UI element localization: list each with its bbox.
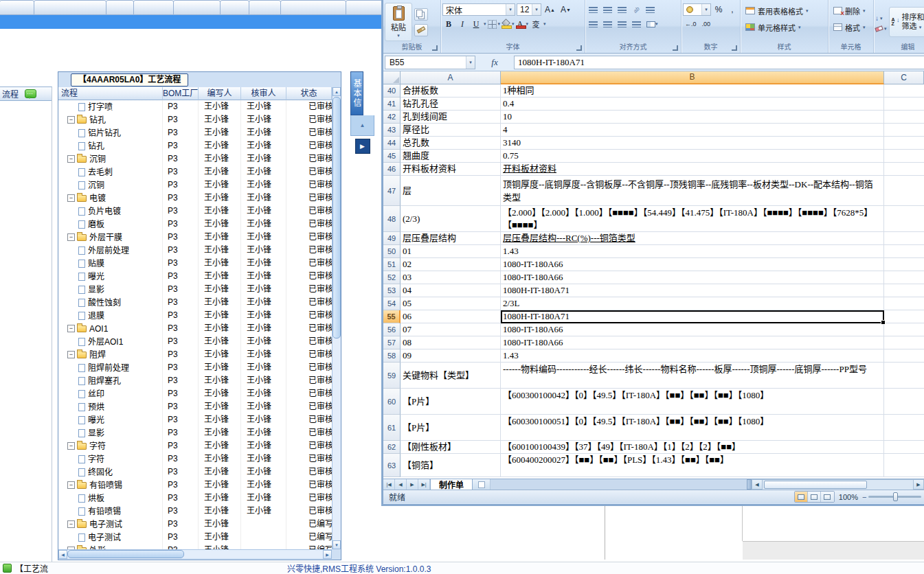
cell-b[interactable]: 4 [501, 124, 884, 137]
cell-a[interactable]: 翘曲度 [401, 150, 501, 163]
row-header[interactable]: 46 [383, 163, 401, 176]
cell-a[interactable]: 03 [401, 271, 501, 284]
cell-c[interactable] [884, 111, 924, 124]
table-row[interactable]: − AOI1 P3 王小锋 王小锋 已审核 [58, 322, 332, 335]
table-row[interactable]: − 阻焊前处理 P3 王小锋 王小锋 已审核 [58, 361, 332, 374]
selected-order-row[interactable] [0, 15, 398, 29]
row-header[interactable]: 52 [383, 271, 401, 284]
cell-a[interactable]: 02 [401, 258, 501, 271]
dialog-launcher-icon[interactable] [432, 45, 438, 51]
expand-panel-button[interactable]: ▶ [355, 139, 370, 154]
insert-function-button[interactable]: fx [475, 57, 514, 68]
table-row[interactable]: − 钻孔 P3 王小锋 王小锋 已审核 [58, 113, 332, 126]
table-row[interactable]: − 沉铜 P3 王小锋 王小锋 已审核 [58, 152, 332, 165]
cell-c[interactable] [884, 84, 924, 97]
cell-a[interactable]: 04 [401, 284, 501, 297]
zoom-handle[interactable] [893, 492, 898, 501]
normal-view-button[interactable] [795, 492, 808, 502]
table-row[interactable]: − 电子测试 P3 王小锋 已编写 [58, 531, 332, 544]
collapse-icon[interactable]: − [67, 481, 75, 489]
scroll-down-icon[interactable]: ▼ [333, 540, 341, 549]
chevron-down-icon[interactable]: ▾ [484, 21, 486, 27]
cell-a[interactable]: 09 [401, 349, 501, 363]
scrollbar-splitter[interactable] [747, 479, 752, 490]
font-name-combo[interactable]: 宋体▾ [442, 3, 515, 16]
row-header[interactable]: 47 [383, 176, 401, 206]
arrow-up-icon[interactable]: ▲ [360, 122, 365, 128]
cell-a[interactable]: (2/3) [401, 206, 501, 232]
row-header[interactable]: 50 [383, 245, 401, 258]
dialog-launcher-icon[interactable] [732, 45, 737, 51]
row-header[interactable]: 45 [383, 150, 401, 163]
orientation-button[interactable]: ab [630, 3, 642, 16]
cell-a[interactable]: 开料板材资料 [401, 163, 501, 176]
cell-a[interactable]: 【P片】 [401, 389, 501, 415]
table-row[interactable]: − 去毛刺 P3 王小锋 王小锋 已审核 [58, 165, 332, 179]
first-sheet-icon[interactable]: |◀ [383, 479, 395, 490]
table-row[interactable]: − 预烘 P3 王小锋 王小锋 已审核 [58, 400, 332, 413]
table-row[interactable]: − 外层干膜 P3 王小锋 王小锋 已审核 [58, 231, 332, 244]
cell-a[interactable]: 07 [401, 323, 501, 336]
paste-button[interactable]: 粘贴 ▾ [385, 3, 412, 41]
cell-b[interactable]: 1080-IT-180A66 [501, 271, 884, 284]
decrease-font-button[interactable]: A▼ [559, 3, 573, 16]
italic-button[interactable]: I [456, 18, 469, 30]
cell-styles-button[interactable]: 单元格样式▾ [742, 20, 826, 34]
cell-a[interactable]: 【P片】 [401, 415, 501, 441]
cell-c[interactable] [884, 97, 924, 111]
fill-down-icon[interactable]: ↓ [875, 14, 879, 22]
cell-c[interactable] [884, 206, 924, 232]
collapse-icon[interactable]: − [67, 194, 75, 202]
underline-button[interactable]: U [470, 18, 482, 30]
cell-c[interactable] [884, 124, 924, 137]
column-header-reviewer[interactable]: 核审人 [241, 87, 286, 100]
borders-icon[interactable] [488, 20, 497, 29]
align-center-button[interactable] [601, 18, 614, 30]
cell-c[interactable] [884, 150, 924, 163]
row-header[interactable]: 56 [383, 323, 401, 336]
row-header[interactable]: 51 [383, 258, 401, 271]
zoom-out-icon[interactable]: − [862, 493, 866, 501]
sort-filter-button[interactable]: AZ 排序和筛选 ▾ [889, 7, 924, 37]
dialog-launcher-icon[interactable] [673, 45, 678, 51]
table-row[interactable]: − 字符 P3 王小锋 王小锋 已审核 [58, 439, 332, 452]
cell-a[interactable]: 06 [401, 310, 501, 323]
order-column-header[interactable] [173, 0, 221, 15]
fill-color-icon[interactable] [502, 20, 510, 29]
formula-input[interactable]: 1080H-IT-180A71 [514, 56, 924, 69]
cell-c[interactable] [884, 137, 924, 150]
name-box[interactable]: B55▾ [385, 56, 475, 69]
row-header[interactable]: 40 [383, 84, 401, 97]
vertical-scrollbar[interactable]: ▲ ▼ [332, 87, 341, 549]
row-header[interactable]: 62 [383, 441, 401, 454]
row-header[interactable]: 61 [383, 415, 401, 441]
cell-b[interactable]: 【600300100051】【0】【49.5】【IT-180A】【■■】【■■】… [501, 415, 884, 441]
table-row[interactable]: − 曝光 P3 王小锋 王小锋 已审核 [58, 413, 332, 426]
chevron-down-icon[interactable]: ▾ [543, 21, 546, 27]
horizontal-scrollbar[interactable]: ◀ ▶ [58, 549, 332, 558]
cell-a[interactable]: 合拼板数 [401, 84, 501, 97]
next-sheet-icon[interactable]: ▶ [407, 479, 418, 490]
cell-c[interactable] [884, 349, 924, 363]
table-row[interactable]: − 显影 P3 王小锋 王小锋 已审核 [58, 283, 332, 296]
cell-a[interactable]: 层压叠层结构 [401, 232, 501, 245]
order-column-header[interactable] [249, 0, 281, 15]
sheet-tab[interactable]: 制作单 [430, 479, 473, 490]
row-header[interactable]: 59 [383, 363, 401, 389]
scroll-up-icon[interactable]: ▲ [333, 87, 341, 96]
cell-c[interactable] [884, 454, 924, 477]
cell-a[interactable]: 【刚性板材】 [401, 441, 501, 454]
cell-a[interactable]: 层 [401, 176, 501, 206]
cell-c[interactable] [884, 389, 924, 415]
scroll-right-icon[interactable]: ▶ [913, 479, 924, 490]
column-header-a[interactable]: A [401, 71, 501, 84]
cell-c[interactable] [884, 284, 924, 297]
collapse-icon[interactable]: − [67, 351, 75, 358]
row-header[interactable]: 55 [383, 310, 401, 323]
table-row[interactable]: − 丝印 P3 王小锋 王小锋 已审核 [58, 387, 332, 400]
column-header-b[interactable]: B [501, 71, 884, 84]
merge-center-button[interactable]: ▾ [644, 18, 660, 30]
table-row[interactable]: − 外层前处理 P3 王小锋 王小锋 已审核 [58, 244, 332, 257]
table-row[interactable]: − 打字喷 P3 王小锋 王小锋 已审核 [58, 100, 332, 113]
cell-b[interactable]: 1080-IT-180A66 [501, 258, 884, 271]
